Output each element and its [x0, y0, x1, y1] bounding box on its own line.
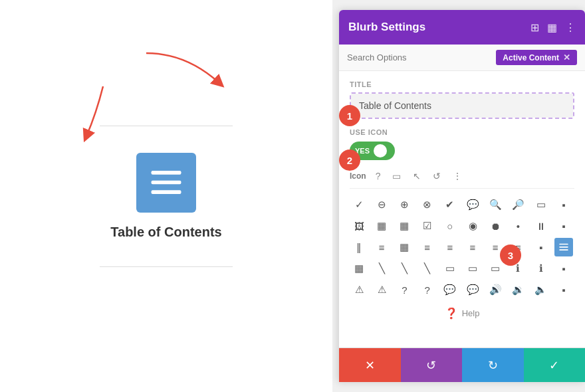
icon-block[interactable]: ▪ [554, 217, 573, 235]
icon-dot[interactable]: • [509, 217, 527, 235]
icon-more-button[interactable]: ⋮ [450, 169, 465, 183]
title-input-wrapper [350, 92, 574, 119]
icon-undo-button[interactable]: ↺ [430, 169, 443, 183]
icon-toolbar: Icon ? ▭ ↖ ↺ ⋮ [350, 169, 574, 189]
icon-warning1[interactable]: ⚠ [350, 280, 368, 299]
active-content-badge: Active Content ✕ [496, 50, 577, 65]
svg-rect-4 [559, 246, 568, 248]
toggle-thumb [374, 144, 387, 157]
icon-diagonal3[interactable]: ╲ [418, 259, 437, 278]
step-badge-2: 2 [339, 149, 360, 171]
panel-title: Blurb Settings [348, 21, 425, 34]
icon-question2[interactable]: ? [418, 280, 437, 299]
icon-search-plus[interactable]: 🔍 [486, 195, 505, 214]
title-input[interactable] [351, 94, 573, 118]
icon-pilcrow[interactable]: ‖ [350, 238, 368, 256]
icon-table[interactable]: ▦ [395, 238, 413, 256]
svg-rect-3 [559, 244, 568, 245]
cancel-button[interactable]: ✕ [339, 348, 401, 382]
icon-info2[interactable]: ℹ [532, 259, 550, 278]
panel-header-icons: ⊞ ▦ ⋮ [530, 21, 576, 34]
icon-align-right[interactable]: ≡ [463, 238, 482, 256]
more-icon[interactable]: ⋮ [565, 21, 576, 34]
icon-rect2[interactable]: ▭ [463, 259, 482, 278]
icon-rect1[interactable]: ▭ [441, 259, 459, 278]
reset-button[interactable]: ↺ [401, 348, 463, 382]
help-section[interactable]: ❓ Help [350, 299, 574, 325]
icon-record[interactable]: ⏺ [486, 217, 505, 235]
panel-content: Title Use Icon YES Icon ? ▭ ↖ ↺ ⋮ ✓ ⊖ [339, 71, 585, 347]
icon-chat[interactable]: 💬 [463, 195, 482, 214]
icon-layout1[interactable]: ▦ [372, 217, 391, 235]
active-content-label: Active Content [503, 53, 559, 62]
canvas-title: Table of Contents [110, 225, 221, 240]
use-icon-label: Use Icon [350, 128, 574, 136]
blurb-settings-panel: Blurb Settings ⊞ ▦ ⋮ Active Content ✕ Ti… [339, 10, 585, 382]
icons-scroll-area: ✓ ⊖ ⊕ ⊗ ✔ 💬 🔍 🔎 ▭ ▪ 🖼 ▦ ▦ ☑ ○ ◉ ⏺ • ⏸ [350, 195, 574, 299]
step-badge-3: 3 [500, 245, 521, 266]
icon-volume1[interactable]: 🔊 [486, 280, 505, 299]
search-input[interactable] [347, 52, 491, 62]
icon-volume3[interactable]: 🔈 [532, 280, 550, 299]
icon-check-box[interactable]: ☑ [418, 217, 437, 235]
svg-rect-2 [152, 190, 181, 194]
icon-volume2[interactable]: 🔉 [509, 280, 527, 299]
panel-header: Blurb Settings ⊞ ▦ ⋮ [339, 10, 585, 45]
icon-help-button[interactable]: ? [373, 169, 384, 183]
arrow-2 [66, 80, 120, 146]
save-button[interactable]: ✓ [524, 348, 586, 382]
toggle-wrapper: YES [350, 142, 574, 160]
step-badge-1: 1 [339, 105, 360, 126]
icon-layout2[interactable]: ▦ [395, 217, 413, 235]
icon-circle[interactable]: ○ [441, 217, 459, 235]
icon-search[interactable]: 🔎 [509, 195, 527, 214]
bottom-bar: ✕ ↺ ↻ ✓ [339, 347, 585, 382]
icon-lines-active[interactable] [554, 238, 573, 256]
icon-align-left[interactable]: ≡ [441, 238, 459, 256]
top-divider [100, 126, 233, 126]
icon-minus-circle[interactable]: ⊖ [372, 195, 391, 214]
icon-warning2[interactable]: ⚠ [372, 280, 391, 299]
title-label: Title [350, 80, 574, 88]
arrow-1 [133, 47, 239, 100]
icon-document[interactable]: ▪ [532, 238, 550, 256]
icon-question1[interactable]: ? [395, 280, 413, 299]
columns-icon[interactable]: ▦ [547, 21, 557, 34]
icon-dot-circle[interactable]: ◉ [463, 217, 482, 235]
close-active-content-button[interactable]: ✕ [563, 52, 570, 62]
icon-check-circle[interactable]: ✔ [441, 195, 459, 214]
icon-plus-circle[interactable]: ⊕ [395, 195, 413, 214]
canvas-blurb-icon [136, 153, 196, 213]
search-bar: Active Content ✕ [339, 45, 585, 71]
icon-layout3[interactable]: ▦ [350, 259, 368, 278]
resize-icon[interactable]: ⊞ [530, 21, 539, 34]
icon-list[interactable]: ≡ [372, 238, 391, 256]
redo-button[interactable]: ↻ [462, 348, 524, 382]
icon-section-label: Icon [350, 171, 366, 181]
help-label: Help [462, 308, 480, 318]
icon-chat2[interactable]: 💬 [441, 280, 459, 299]
svg-rect-0 [152, 171, 181, 175]
icon-block3[interactable]: ▪ [554, 280, 573, 299]
icon-chat3[interactable]: 💬 [463, 280, 482, 299]
svg-rect-5 [559, 249, 568, 250]
icon-image[interactable]: 🖼 [350, 217, 368, 235]
canvas-area: Table of Contents [0, 0, 332, 392]
bottom-divider [100, 266, 233, 267]
icon-x-circle[interactable]: ⊗ [418, 195, 437, 214]
icon-align-center[interactable]: ≡ [418, 238, 437, 256]
svg-rect-1 [152, 180, 181, 184]
icon-diagonal1[interactable]: ╲ [372, 259, 391, 278]
icon-diagonal2[interactable]: ╲ [395, 259, 413, 278]
help-circle-icon: ❓ [445, 307, 458, 320]
icon-square[interactable]: ▭ [532, 195, 550, 214]
icon-mobile-button[interactable]: ▭ [390, 169, 404, 183]
icon-cursor-button[interactable]: ↖ [410, 169, 423, 183]
icon-check[interactable]: ✓ [350, 195, 368, 214]
icon-block2[interactable]: ▪ [554, 259, 573, 278]
icon-square-fill[interactable]: ▪ [554, 195, 573, 214]
icon-pause[interactable]: ⏸ [532, 217, 550, 235]
icons-grid: ✓ ⊖ ⊕ ⊗ ✔ 💬 🔍 🔎 ▭ ▪ 🖼 ▦ ▦ ☑ ○ ◉ ⏺ • ⏸ [350, 195, 574, 299]
